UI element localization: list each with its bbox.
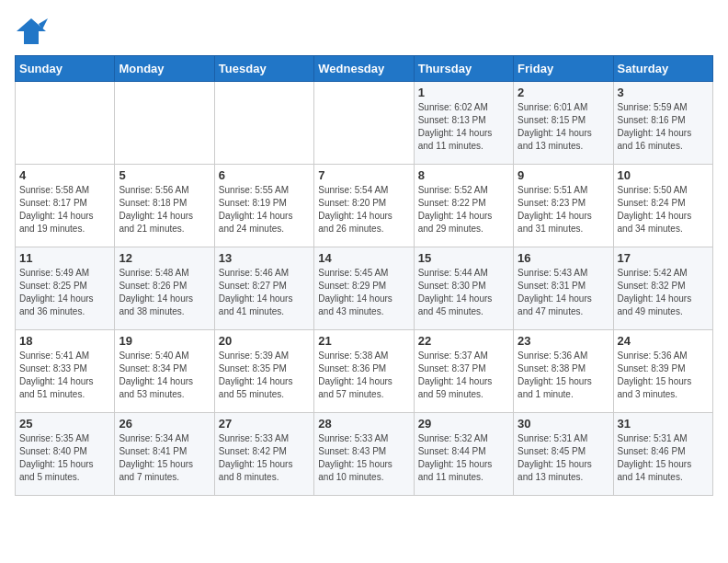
calendar-cell: 7Sunrise: 5:54 AM Sunset: 8:20 PM Daylig… [314, 165, 414, 247]
day-info: Sunrise: 5:44 AM Sunset: 8:30 PM Dayligh… [418, 267, 509, 318]
calendar-cell: 22Sunrise: 5:37 AM Sunset: 8:37 PM Dayli… [414, 330, 513, 413]
header-tuesday: Tuesday [214, 56, 313, 82]
day-info: Sunrise: 5:42 AM Sunset: 8:32 PM Dayligh… [618, 267, 709, 318]
day-number: 10 [618, 168, 709, 182]
day-number: 3 [618, 86, 709, 99]
calendar-cell: 19Sunrise: 5:40 AM Sunset: 8:34 PM Dayli… [115, 330, 214, 413]
day-number: 25 [19, 417, 110, 431]
day-number: 27 [219, 417, 310, 431]
page-header [15, 15, 713, 48]
day-number: 12 [119, 251, 210, 265]
day-number: 4 [19, 168, 110, 182]
day-number: 28 [318, 417, 409, 431]
day-info: Sunrise: 5:39 AM Sunset: 8:35 PM Dayligh… [219, 350, 310, 401]
day-info: Sunrise: 5:40 AM Sunset: 8:34 PM Dayligh… [119, 350, 210, 401]
day-info: Sunrise: 5:45 AM Sunset: 8:29 PM Dayligh… [318, 267, 409, 318]
day-number: 9 [518, 168, 609, 182]
calendar-cell: 3Sunrise: 5:59 AM Sunset: 8:16 PM Daylig… [613, 82, 712, 165]
calendar-cell: 17Sunrise: 5:42 AM Sunset: 8:32 PM Dayli… [613, 247, 712, 330]
day-info: Sunrise: 5:31 AM Sunset: 8:46 PM Dayligh… [618, 432, 709, 484]
calendar-cell: 11Sunrise: 5:49 AM Sunset: 8:25 PM Dayli… [16, 247, 115, 330]
day-info: Sunrise: 5:38 AM Sunset: 8:36 PM Dayligh… [318, 350, 409, 401]
day-number: 6 [219, 168, 310, 182]
calendar-header: SundayMondayTuesdayWednesdayThursdayFrid… [16, 56, 713, 82]
calendar-cell: 31Sunrise: 5:31 AM Sunset: 8:46 PM Dayli… [613, 413, 712, 496]
day-number: 18 [19, 334, 110, 348]
calendar-cell: 18Sunrise: 5:41 AM Sunset: 8:33 PM Dayli… [16, 330, 115, 413]
day-number: 7 [318, 168, 409, 182]
header-friday: Friday [514, 56, 613, 82]
day-info: Sunrise: 5:46 AM Sunset: 8:27 PM Dayligh… [219, 267, 310, 318]
day-number: 31 [618, 417, 709, 431]
day-number: 8 [418, 168, 509, 182]
calendar-cell: 5Sunrise: 5:56 AM Sunset: 8:18 PM Daylig… [115, 165, 214, 247]
header-sunday: Sunday [16, 56, 115, 82]
day-number: 29 [418, 417, 509, 431]
calendar-cell [314, 82, 414, 165]
day-number: 14 [318, 251, 409, 265]
day-number: 5 [119, 168, 210, 182]
day-number: 23 [518, 334, 609, 348]
header-saturday: Saturday [613, 56, 712, 82]
day-info: Sunrise: 5:51 AM Sunset: 8:23 PM Dayligh… [518, 184, 609, 236]
header-row: SundayMondayTuesdayWednesdayThursdayFrid… [16, 56, 713, 82]
day-info: Sunrise: 5:36 AM Sunset: 8:38 PM Dayligh… [518, 350, 609, 401]
calendar-cell: 13Sunrise: 5:46 AM Sunset: 8:27 PM Dayli… [214, 247, 313, 330]
calendar-cell: 16Sunrise: 5:43 AM Sunset: 8:31 PM Dayli… [514, 247, 613, 330]
calendar-cell: 30Sunrise: 5:31 AM Sunset: 8:45 PM Dayli… [514, 413, 613, 496]
calendar-cell: 10Sunrise: 5:50 AM Sunset: 8:24 PM Dayli… [613, 165, 712, 247]
day-number: 20 [219, 334, 310, 348]
day-info: Sunrise: 5:48 AM Sunset: 8:26 PM Dayligh… [119, 267, 210, 318]
calendar-cell [214, 82, 313, 165]
calendar-cell: 23Sunrise: 5:36 AM Sunset: 8:38 PM Dayli… [514, 330, 613, 413]
calendar-cell: 2Sunrise: 6:01 AM Sunset: 8:15 PM Daylig… [514, 82, 613, 165]
day-info: Sunrise: 6:01 AM Sunset: 8:15 PM Dayligh… [518, 101, 609, 153]
calendar-table: SundayMondayTuesdayWednesdayThursdayFrid… [15, 55, 713, 496]
week-row-1: 1Sunrise: 6:02 AM Sunset: 8:13 PM Daylig… [16, 82, 713, 165]
day-info: Sunrise: 5:58 AM Sunset: 8:17 PM Dayligh… [19, 184, 110, 236]
day-info: Sunrise: 5:59 AM Sunset: 8:16 PM Dayligh… [618, 101, 709, 153]
week-row-5: 25Sunrise: 5:35 AM Sunset: 8:40 PM Dayli… [16, 413, 713, 496]
day-info: Sunrise: 5:34 AM Sunset: 8:41 PM Dayligh… [119, 432, 210, 484]
day-info: Sunrise: 5:33 AM Sunset: 8:43 PM Dayligh… [318, 432, 409, 484]
day-info: Sunrise: 5:35 AM Sunset: 8:40 PM Dayligh… [19, 432, 110, 484]
day-number: 21 [318, 334, 409, 348]
day-number: 19 [119, 334, 210, 348]
calendar-cell [16, 82, 115, 165]
day-info: Sunrise: 5:33 AM Sunset: 8:42 PM Dayligh… [219, 432, 310, 484]
day-info: Sunrise: 5:36 AM Sunset: 8:39 PM Dayligh… [618, 350, 709, 401]
calendar-cell: 6Sunrise: 5:55 AM Sunset: 8:19 PM Daylig… [214, 165, 313, 247]
day-number: 26 [119, 417, 210, 431]
calendar-cell: 26Sunrise: 5:34 AM Sunset: 8:41 PM Dayli… [115, 413, 214, 496]
calendar-cell: 15Sunrise: 5:44 AM Sunset: 8:30 PM Dayli… [414, 247, 513, 330]
day-number: 13 [219, 251, 310, 265]
day-number: 2 [518, 86, 609, 99]
week-row-3: 11Sunrise: 5:49 AM Sunset: 8:25 PM Dayli… [16, 247, 713, 330]
day-info: Sunrise: 5:50 AM Sunset: 8:24 PM Dayligh… [618, 184, 709, 236]
week-row-2: 4Sunrise: 5:58 AM Sunset: 8:17 PM Daylig… [16, 165, 713, 247]
calendar-cell: 4Sunrise: 5:58 AM Sunset: 8:17 PM Daylig… [16, 165, 115, 247]
calendar-body: 1Sunrise: 6:02 AM Sunset: 8:13 PM Daylig… [16, 82, 713, 496]
day-info: Sunrise: 5:37 AM Sunset: 8:37 PM Dayligh… [418, 350, 509, 401]
calendar-cell: 20Sunrise: 5:39 AM Sunset: 8:35 PM Dayli… [214, 330, 313, 413]
calendar-cell: 14Sunrise: 5:45 AM Sunset: 8:29 PM Dayli… [314, 247, 414, 330]
day-info: Sunrise: 5:55 AM Sunset: 8:19 PM Dayligh… [219, 184, 310, 236]
calendar-cell [115, 82, 214, 165]
day-info: Sunrise: 5:43 AM Sunset: 8:31 PM Dayligh… [518, 267, 609, 318]
header-monday: Monday [115, 56, 214, 82]
day-info: Sunrise: 5:49 AM Sunset: 8:25 PM Dayligh… [19, 267, 110, 318]
day-number: 1 [418, 86, 509, 99]
logo-icon [15, 15, 48, 48]
header-wednesday: Wednesday [314, 56, 414, 82]
day-number: 30 [518, 417, 609, 431]
calendar-cell: 25Sunrise: 5:35 AM Sunset: 8:40 PM Dayli… [16, 413, 115, 496]
day-number: 15 [418, 251, 509, 265]
calendar-cell: 24Sunrise: 5:36 AM Sunset: 8:39 PM Dayli… [613, 330, 712, 413]
calendar-cell: 1Sunrise: 6:02 AM Sunset: 8:13 PM Daylig… [414, 82, 513, 165]
day-info: Sunrise: 5:41 AM Sunset: 8:33 PM Dayligh… [19, 350, 110, 401]
day-info: Sunrise: 6:02 AM Sunset: 8:13 PM Dayligh… [418, 101, 509, 153]
calendar-cell: 8Sunrise: 5:52 AM Sunset: 8:22 PM Daylig… [414, 165, 513, 247]
calendar-cell: 9Sunrise: 5:51 AM Sunset: 8:23 PM Daylig… [514, 165, 613, 247]
day-number: 22 [418, 334, 509, 348]
day-number: 17 [618, 251, 709, 265]
